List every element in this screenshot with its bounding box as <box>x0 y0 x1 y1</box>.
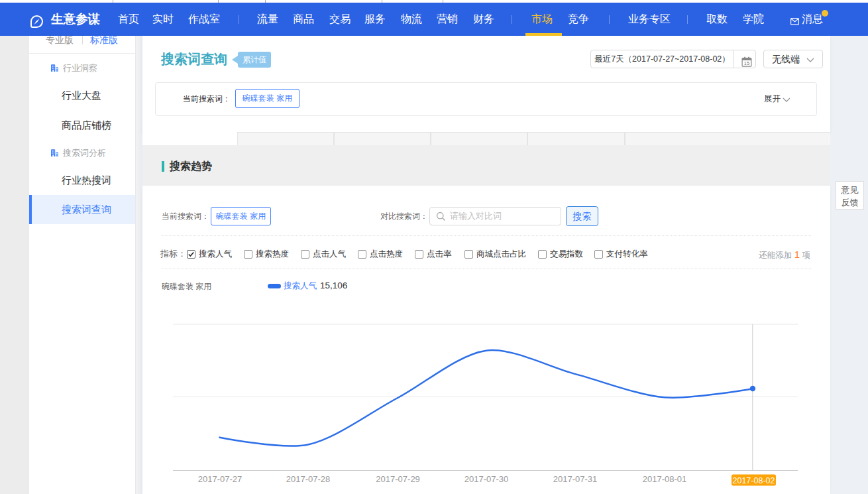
svg-text:2017-08-02: 2017-08-02 <box>733 476 775 485</box>
svg-text:2017-07-28: 2017-07-28 <box>286 474 331 484</box>
svg-text:2017-07-27: 2017-07-27 <box>198 474 243 484</box>
svg-text:2017-07-30: 2017-07-30 <box>464 474 509 484</box>
svg-text:2017-07-29: 2017-07-29 <box>376 474 420 484</box>
svg-text:2017-08-01: 2017-08-01 <box>643 474 687 484</box>
svg-text:2017-07-31: 2017-07-31 <box>553 474 598 484</box>
svg-text:15: 15 <box>744 60 749 66</box>
